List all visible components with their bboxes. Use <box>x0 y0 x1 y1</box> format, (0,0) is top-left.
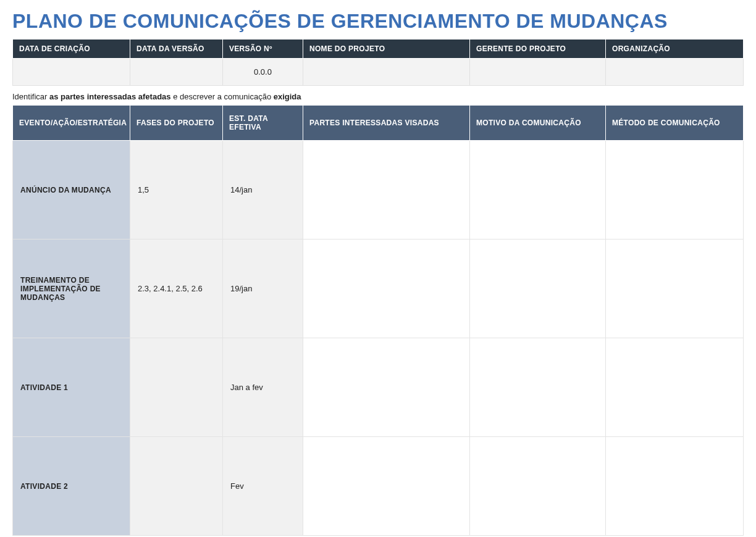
row-stakeholders[interactable] <box>303 239 470 338</box>
row-reason[interactable] <box>470 338 606 437</box>
meta-header-version-no: VERSÃO Nº <box>223 40 303 59</box>
row-event[interactable]: ATIVIDADE 1 <box>13 338 130 437</box>
main-header-row: EVENTO/AÇÃO/ESTRATÉGIA FASES DO PROJETO … <box>13 106 744 141</box>
row-method[interactable] <box>606 141 744 239</box>
table-row: ATIVIDADE 1 Jan a fev <box>13 338 744 437</box>
row-reason[interactable] <box>470 437 606 536</box>
meta-cell-version-date[interactable] <box>130 59 223 86</box>
row-stakeholders[interactable] <box>303 437 470 536</box>
row-method[interactable] <box>606 338 744 437</box>
table-row: TREINAMENTO DE IMPLEMENTAÇÃO DE MUDANÇAS… <box>13 239 744 338</box>
main-header-event: EVENTO/AÇÃO/ESTRATÉGIA <box>13 106 130 141</box>
main-header-stakeholders: PARTES INTERESSADAS VISADAS <box>303 106 470 141</box>
main-header-est-date: EST. DATA EFETIVA <box>223 106 303 141</box>
instruction-bold-2: exigida <box>274 92 301 101</box>
row-phases[interactable] <box>130 437 223 536</box>
meta-header-project-name: NOME DO PROJETO <box>303 40 470 59</box>
row-method[interactable] <box>606 437 744 536</box>
meta-table: DATA DE CRIAÇÃO DATA DA VERSÃO VERSÃO Nº… <box>12 39 744 86</box>
row-event[interactable]: ANÚNCIO DA MUDANÇA <box>13 141 130 239</box>
instruction-text-mid: e descrever a comunicação <box>171 92 274 101</box>
row-reason[interactable] <box>470 141 606 239</box>
meta-header-project-manager: GERENTE DO PROJETO <box>470 40 606 59</box>
row-method[interactable] <box>606 239 744 338</box>
row-est-date[interactable]: 19/jan <box>223 239 303 338</box>
table-row: ANÚNCIO DA MUDANÇA 1,5 14/jan <box>13 141 744 239</box>
row-reason[interactable] <box>470 239 606 338</box>
row-phases[interactable]: 1,5 <box>130 141 223 239</box>
page-title: PLANO DE COMUNICAÇÕES DE GERENCIAMENTO D… <box>12 10 744 33</box>
table-row: ATIVIDADE 2 Fev <box>13 437 744 536</box>
meta-header-version-date: DATA DA VERSÃO <box>130 40 223 59</box>
meta-cell-organization[interactable] <box>606 59 744 86</box>
row-est-date[interactable]: Jan a fev <box>223 338 303 437</box>
meta-header-row: DATA DE CRIAÇÃO DATA DA VERSÃO VERSÃO Nº… <box>13 40 744 59</box>
meta-value-row: 0.0.0 <box>13 59 744 86</box>
row-phases[interactable]: 2.3, 2.4.1, 2.5, 2.6 <box>130 239 223 338</box>
meta-header-organization: ORGANIZAÇÃO <box>606 40 744 59</box>
meta-cell-project-manager[interactable] <box>470 59 606 86</box>
row-est-date[interactable]: Fev <box>223 437 303 536</box>
meta-cell-project-name[interactable] <box>303 59 470 86</box>
main-header-reason: MOTIVO DA COMUNICAÇÃO <box>470 106 606 141</box>
meta-cell-created[interactable] <box>13 59 130 86</box>
row-event[interactable]: ATIVIDADE 2 <box>13 437 130 536</box>
instruction-bold-1: as partes interessadas afetadas <box>49 92 171 101</box>
meta-header-created: DATA DE CRIAÇÃO <box>13 40 130 59</box>
row-event[interactable]: TREINAMENTO DE IMPLEMENTAÇÃO DE MUDANÇAS <box>13 239 130 338</box>
main-header-method: MÉTODO DE COMUNICAÇÃO <box>606 106 744 141</box>
instruction-text-pre: Identificar <box>12 92 49 101</box>
row-stakeholders[interactable] <box>303 141 470 239</box>
instruction-line: Identificar as partes interessadas afeta… <box>12 92 744 101</box>
main-header-phases: FASES DO PROJETO <box>130 106 223 141</box>
main-table: EVENTO/AÇÃO/ESTRATÉGIA FASES DO PROJETO … <box>12 105 744 536</box>
row-stakeholders[interactable] <box>303 338 470 437</box>
meta-cell-version-no[interactable]: 0.0.0 <box>223 59 303 86</box>
row-phases[interactable] <box>130 338 223 437</box>
row-est-date[interactable]: 14/jan <box>223 141 303 239</box>
